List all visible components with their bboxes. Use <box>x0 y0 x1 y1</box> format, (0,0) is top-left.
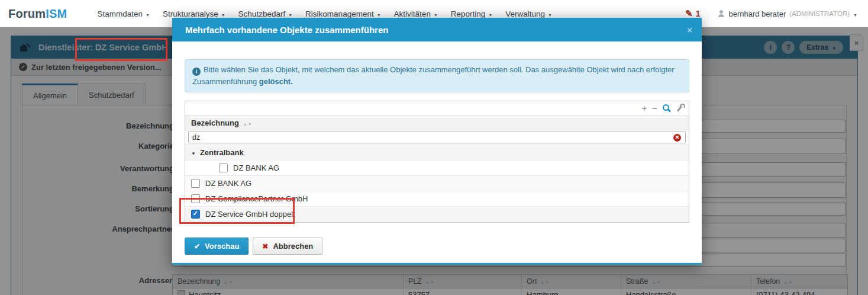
dialog-buttons: Vorschau Abbrechen <box>185 238 322 255</box>
filter-row <box>185 130 689 145</box>
checkbox[interactable] <box>219 163 228 172</box>
list-item-label: DZ CompliancePartner GmbH <box>205 194 308 203</box>
object-list: + − Bezeichnung Zentralbank <box>185 101 689 223</box>
user-name: bernhard berater <box>728 9 786 18</box>
dialog-title: Mehrfach vorhandene Objekte zusammenführ… <box>185 25 388 35</box>
list-item-label: DZ BANK AG <box>205 179 251 188</box>
group-row-zentralbank[interactable]: Zentralbank <box>185 145 689 161</box>
dialog-body: Bitte wählen Sie das Objekt, mit welchem… <box>172 41 702 263</box>
check-icon <box>194 242 200 251</box>
cancel-button[interactable]: Abbrechen <box>253 238 322 255</box>
info-alert-bold-text: gelöscht. <box>259 77 293 86</box>
collapse-all-icon[interactable]: − <box>652 104 657 113</box>
user-role: (ADMINISTRATOR) <box>789 10 850 17</box>
chevron-down-icon <box>548 9 552 18</box>
checkbox[interactable] <box>191 179 200 188</box>
chevron-down-icon <box>434 9 438 18</box>
expand-all-icon[interactable]: + <box>641 104 647 113</box>
group-label: Zentralbank <box>200 148 244 157</box>
list-item[interactable]: DZ BANK AG <box>185 176 689 191</box>
chevron-down-icon <box>377 9 381 18</box>
dialog-header: Mehrfach vorhandene Objekte zusammenführ… <box>172 18 702 41</box>
list-item-selected[interactable]: DZ Service GmbH doppelt <box>185 207 689 222</box>
logo-part-forum: Forum <box>8 7 46 20</box>
collapse-caret-icon <box>191 148 196 157</box>
chevron-down-icon <box>853 9 857 18</box>
x-icon <box>262 242 268 251</box>
menu-item-stammdaten[interactable]: Stammdaten <box>91 6 156 22</box>
user-menu[interactable]: bernhard berater (ADMINISTRATOR) <box>718 9 857 18</box>
info-alert: Bitte wählen Sie das Objekt, mit welchem… <box>185 59 689 92</box>
preview-button[interactable]: Vorschau <box>185 238 249 255</box>
nav-right-area: 1 bernhard berater (ADMINISTRATOR) <box>685 8 857 19</box>
list-item-label: DZ BANK AG <box>233 163 279 172</box>
list-item[interactable]: DZ CompliancePartner GmbH <box>185 191 689 207</box>
person-icon <box>718 10 725 17</box>
wrench-icon[interactable] <box>676 104 683 112</box>
info-icon <box>192 68 201 76</box>
chevron-down-icon <box>288 9 292 18</box>
logo-part-ism: ISM <box>46 7 67 20</box>
checkbox[interactable] <box>191 194 200 203</box>
chevron-down-icon <box>488 9 492 18</box>
chevron-down-icon <box>221 9 225 18</box>
checkbox-checked[interactable] <box>191 210 200 219</box>
list-toolbar: + − <box>185 101 689 116</box>
edit-count: 1 <box>696 9 701 18</box>
sort-icon <box>243 118 253 127</box>
clear-filter-icon[interactable] <box>673 134 681 142</box>
merge-objects-dialog: Mehrfach vorhandene Objekte zusammenführ… <box>172 18 702 265</box>
search-icon[interactable] <box>663 104 670 112</box>
app-screen: ForumISM Stammdaten Strukturanalyse Schu… <box>0 0 868 295</box>
chevron-down-icon <box>146 9 150 18</box>
list-item-label: DZ Service GmbH doppelt <box>205 210 295 219</box>
close-icon[interactable]: × <box>687 25 692 35</box>
filter-input[interactable] <box>188 132 686 143</box>
list-column-header[interactable]: Bezeichnung <box>185 116 689 130</box>
list-item[interactable]: DZ BANK AG <box>185 161 689 176</box>
app-logo[interactable]: ForumISM <box>8 7 67 21</box>
